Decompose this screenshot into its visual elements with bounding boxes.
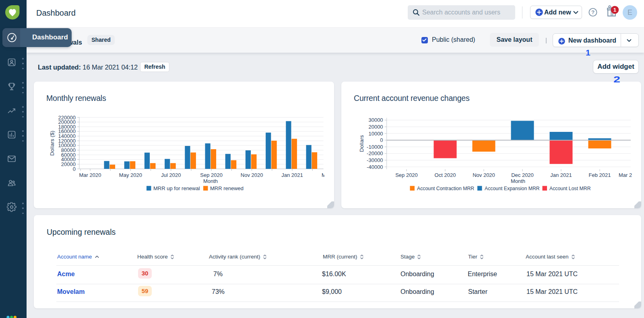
svg-text:10000: 10000 bbox=[368, 131, 383, 137]
svg-text:?: ? bbox=[591, 9, 594, 15]
svg-text:Nov 2020: Nov 2020 bbox=[241, 172, 263, 178]
svg-text:Nov 2020: Nov 2020 bbox=[473, 172, 495, 178]
svg-text:Jan 2021: Jan 2021 bbox=[281, 172, 303, 178]
svg-text:Month: Month bbox=[203, 178, 218, 184]
svg-text:Sep 2020: Sep 2020 bbox=[200, 172, 223, 178]
svg-text:Mar 2021: Mar 2021 bbox=[322, 172, 324, 178]
svg-text:1: 1 bbox=[613, 7, 617, 13]
svg-text:Account Expansion MRR: Account Expansion MRR bbox=[485, 186, 540, 191]
svg-text:0: 0 bbox=[380, 137, 383, 143]
svg-text:Dollars ($): Dollars ($) bbox=[49, 131, 55, 156]
svg-text:Jul 2020: Jul 2020 bbox=[161, 172, 181, 178]
svg-text:-30000: -30000 bbox=[367, 157, 383, 163]
svg-text:220000: 220000 bbox=[58, 115, 76, 121]
svg-text:May 2020: May 2020 bbox=[119, 172, 142, 178]
svg-text:Feb 2021: Feb 2021 bbox=[589, 172, 611, 178]
svg-text:Oct 2020: Oct 2020 bbox=[435, 172, 456, 178]
svg-text:-10000: -10000 bbox=[367, 144, 383, 150]
svg-text:MRR renewed: MRR renewed bbox=[210, 185, 244, 191]
svg-text:20000: 20000 bbox=[368, 124, 383, 130]
svg-text:-40000: -40000 bbox=[367, 164, 383, 170]
svg-text:Dollars: Dollars bbox=[359, 135, 365, 152]
svg-text:-20000: -20000 bbox=[367, 150, 383, 156]
svg-text:Account Lost MRR: Account Lost MRR bbox=[549, 186, 591, 191]
svg-text:Mar 2020: Mar 2020 bbox=[79, 172, 101, 178]
svg-text:30000: 30000 bbox=[368, 117, 383, 123]
svg-text:MRR up for renewal: MRR up for renewal bbox=[153, 185, 200, 191]
svg-text:Dec 2020: Dec 2020 bbox=[511, 172, 534, 178]
svg-text:Sep 2020: Sep 2020 bbox=[395, 172, 418, 178]
svg-text:Mar 2021: Mar 2021 bbox=[619, 172, 632, 178]
svg-text:Account Contraction MRR: Account Contraction MRR bbox=[417, 186, 474, 191]
svg-text:Month: Month bbox=[511, 178, 525, 184]
svg-text:Jan 2021: Jan 2021 bbox=[550, 172, 572, 178]
